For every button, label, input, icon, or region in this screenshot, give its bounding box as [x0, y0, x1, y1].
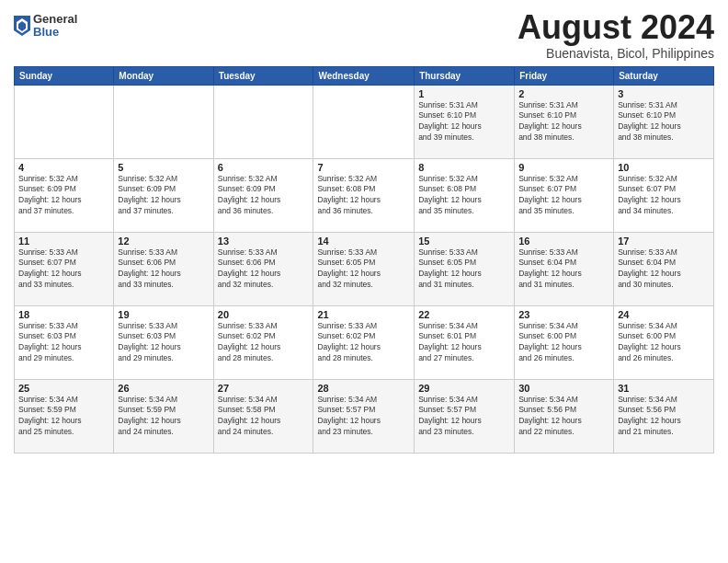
day-info: Sunrise: 5:34 AM Sunset: 5:56 PM Dayligh… — [518, 395, 609, 439]
calendar-header: Sunday Monday Tuesday Wednesday Thursday… — [15, 66, 714, 85]
calendar-cell: 7Sunrise: 5:32 AM Sunset: 6:08 PM Daylig… — [313, 158, 415, 232]
calendar-week-1: 4Sunrise: 5:32 AM Sunset: 6:09 PM Daylig… — [15, 158, 714, 232]
day-info: Sunrise: 5:31 AM Sunset: 6:10 PM Dayligh… — [618, 100, 710, 144]
month-year-title: August 2024 — [518, 9, 714, 46]
logo-blue-text: Blue — [33, 26, 77, 39]
calendar-cell: 3Sunrise: 5:31 AM Sunset: 6:10 PM Daylig… — [614, 85, 714, 158]
day-number: 9 — [518, 162, 609, 173]
day-info: Sunrise: 5:33 AM Sunset: 6:06 PM Dayligh… — [218, 247, 310, 292]
day-info: Sunrise: 5:32 AM Sunset: 6:07 PM Dayligh… — [618, 174, 710, 218]
col-tuesday: Tuesday — [213, 66, 313, 85]
day-number: 4 — [18, 162, 109, 173]
day-info: Sunrise: 5:33 AM Sunset: 6:06 PM Dayligh… — [118, 247, 209, 292]
day-info: Sunrise: 5:34 AM Sunset: 5:57 PM Dayligh… — [418, 395, 510, 439]
day-info: Sunrise: 5:34 AM Sunset: 6:00 PM Dayligh… — [518, 321, 609, 365]
calendar-cell: 11Sunrise: 5:33 AM Sunset: 6:07 PM Dayli… — [15, 232, 114, 305]
calendar-cell: 4Sunrise: 5:32 AM Sunset: 6:09 PM Daylig… — [15, 158, 114, 232]
day-info: Sunrise: 5:31 AM Sunset: 6:10 PM Dayligh… — [418, 100, 510, 144]
day-number: 15 — [418, 236, 510, 247]
calendar-cell: 10Sunrise: 5:32 AM Sunset: 6:07 PM Dayli… — [614, 158, 714, 232]
calendar-cell: 12Sunrise: 5:33 AM Sunset: 6:06 PM Dayli… — [114, 232, 213, 305]
day-info: Sunrise: 5:31 AM Sunset: 6:10 PM Dayligh… — [518, 100, 609, 144]
calendar-cell: 23Sunrise: 5:34 AM Sunset: 6:00 PM Dayli… — [515, 305, 614, 379]
day-number: 14 — [317, 236, 410, 247]
day-number: 13 — [218, 236, 310, 247]
calendar-cell: 29Sunrise: 5:34 AM Sunset: 5:57 PM Dayli… — [415, 379, 515, 453]
day-info: Sunrise: 5:34 AM Sunset: 5:59 PM Dayligh… — [118, 395, 209, 439]
day-info: Sunrise: 5:32 AM Sunset: 6:09 PM Dayligh… — [18, 174, 109, 218]
calendar-week-3: 18Sunrise: 5:33 AM Sunset: 6:03 PM Dayli… — [15, 305, 714, 379]
calendar-cell: 30Sunrise: 5:34 AM Sunset: 5:56 PM Dayli… — [515, 379, 614, 453]
day-info: Sunrise: 5:34 AM Sunset: 6:01 PM Dayligh… — [418, 321, 510, 365]
calendar-cell: 19Sunrise: 5:33 AM Sunset: 6:03 PM Dayli… — [114, 305, 213, 379]
logo-general-text: General — [33, 13, 77, 26]
col-wednesday: Wednesday — [313, 66, 415, 85]
calendar-cell: 18Sunrise: 5:33 AM Sunset: 6:03 PM Dayli… — [15, 305, 114, 379]
day-info: Sunrise: 5:34 AM Sunset: 6:00 PM Dayligh… — [618, 321, 710, 365]
day-info: Sunrise: 5:34 AM Sunset: 5:57 PM Dayligh… — [317, 395, 410, 439]
day-info: Sunrise: 5:34 AM Sunset: 5:58 PM Dayligh… — [218, 395, 310, 439]
logo-text: General Blue — [33, 13, 77, 40]
day-number: 16 — [518, 236, 609, 247]
day-number: 31 — [618, 383, 710, 394]
day-info: Sunrise: 5:33 AM Sunset: 6:05 PM Dayligh… — [418, 247, 510, 292]
day-number: 18 — [18, 309, 109, 320]
calendar-cell: 1Sunrise: 5:31 AM Sunset: 6:10 PM Daylig… — [415, 85, 515, 158]
day-number: 20 — [218, 309, 310, 320]
day-info: Sunrise: 5:33 AM Sunset: 6:04 PM Dayligh… — [618, 247, 710, 292]
calendar-cell: 9Sunrise: 5:32 AM Sunset: 6:07 PM Daylig… — [515, 158, 614, 232]
calendar-cell: 27Sunrise: 5:34 AM Sunset: 5:58 PM Dayli… — [213, 379, 313, 453]
calendar-week-2: 11Sunrise: 5:33 AM Sunset: 6:07 PM Dayli… — [15, 232, 714, 305]
day-info: Sunrise: 5:33 AM Sunset: 6:03 PM Dayligh… — [18, 321, 109, 365]
calendar-cell: 22Sunrise: 5:34 AM Sunset: 6:01 PM Dayli… — [415, 305, 515, 379]
logo: General Blue — [14, 13, 77, 40]
day-info: Sunrise: 5:33 AM Sunset: 6:03 PM Dayligh… — [118, 321, 209, 365]
calendar-cell — [15, 85, 114, 158]
calendar-week-0: 1Sunrise: 5:31 AM Sunset: 6:10 PM Daylig… — [15, 85, 714, 158]
day-number: 1 — [418, 88, 510, 99]
col-sunday: Sunday — [15, 66, 114, 85]
calendar-cell: 15Sunrise: 5:33 AM Sunset: 6:05 PM Dayli… — [415, 232, 515, 305]
calendar-cell: 8Sunrise: 5:32 AM Sunset: 6:08 PM Daylig… — [415, 158, 515, 232]
calendar-cell: 26Sunrise: 5:34 AM Sunset: 5:59 PM Dayli… — [114, 379, 213, 453]
day-number: 23 — [518, 309, 609, 320]
calendar-cell: 17Sunrise: 5:33 AM Sunset: 6:04 PM Dayli… — [614, 232, 714, 305]
calendar-week-4: 25Sunrise: 5:34 AM Sunset: 5:59 PM Dayli… — [15, 379, 714, 453]
calendar-cell: 28Sunrise: 5:34 AM Sunset: 5:57 PM Dayli… — [313, 379, 415, 453]
calendar-cell: 14Sunrise: 5:33 AM Sunset: 6:05 PM Dayli… — [313, 232, 415, 305]
calendar-cell: 13Sunrise: 5:33 AM Sunset: 6:06 PM Dayli… — [213, 232, 313, 305]
day-number: 7 — [317, 162, 410, 173]
day-number: 28 — [317, 383, 410, 394]
day-number: 17 — [618, 236, 710, 247]
calendar-cell: 20Sunrise: 5:33 AM Sunset: 6:02 PM Dayli… — [213, 305, 313, 379]
day-info: Sunrise: 5:34 AM Sunset: 5:59 PM Dayligh… — [18, 395, 109, 439]
title-section: August 2024 Buenavista, Bicol, Philippin… — [518, 9, 714, 61]
day-info: Sunrise: 5:33 AM Sunset: 6:02 PM Dayligh… — [317, 321, 410, 365]
day-number: 25 — [18, 383, 109, 394]
day-info: Sunrise: 5:32 AM Sunset: 6:09 PM Dayligh… — [118, 174, 209, 218]
day-number: 29 — [418, 383, 510, 394]
day-info: Sunrise: 5:32 AM Sunset: 6:09 PM Dayligh… — [218, 174, 310, 218]
day-number: 26 — [118, 383, 209, 394]
calendar-cell: 24Sunrise: 5:34 AM Sunset: 6:00 PM Dayli… — [614, 305, 714, 379]
calendar-cell: 2Sunrise: 5:31 AM Sunset: 6:10 PM Daylig… — [515, 85, 614, 158]
day-number: 19 — [118, 309, 209, 320]
page-container: General Blue August 2024 Buenavista, Bic… — [0, 0, 728, 463]
day-number: 27 — [218, 383, 310, 394]
calendar-cell — [313, 85, 415, 158]
day-number: 10 — [618, 162, 710, 173]
day-info: Sunrise: 5:33 AM Sunset: 6:05 PM Dayligh… — [317, 247, 410, 292]
col-thursday: Thursday — [415, 66, 515, 85]
day-number: 22 — [418, 309, 510, 320]
header-row: Sunday Monday Tuesday Wednesday Thursday… — [15, 66, 714, 85]
col-monday: Monday — [114, 66, 213, 85]
calendar-cell: 25Sunrise: 5:34 AM Sunset: 5:59 PM Dayli… — [15, 379, 114, 453]
day-info: Sunrise: 5:33 AM Sunset: 6:07 PM Dayligh… — [18, 247, 109, 292]
location-subtitle: Buenavista, Bicol, Philippines — [518, 46, 714, 61]
day-info: Sunrise: 5:32 AM Sunset: 6:08 PM Dayligh… — [418, 174, 510, 218]
day-number: 3 — [618, 88, 710, 99]
day-number: 12 — [118, 236, 209, 247]
day-info: Sunrise: 5:33 AM Sunset: 6:04 PM Dayligh… — [518, 247, 609, 292]
day-number: 11 — [18, 236, 109, 247]
day-number: 24 — [618, 309, 710, 320]
